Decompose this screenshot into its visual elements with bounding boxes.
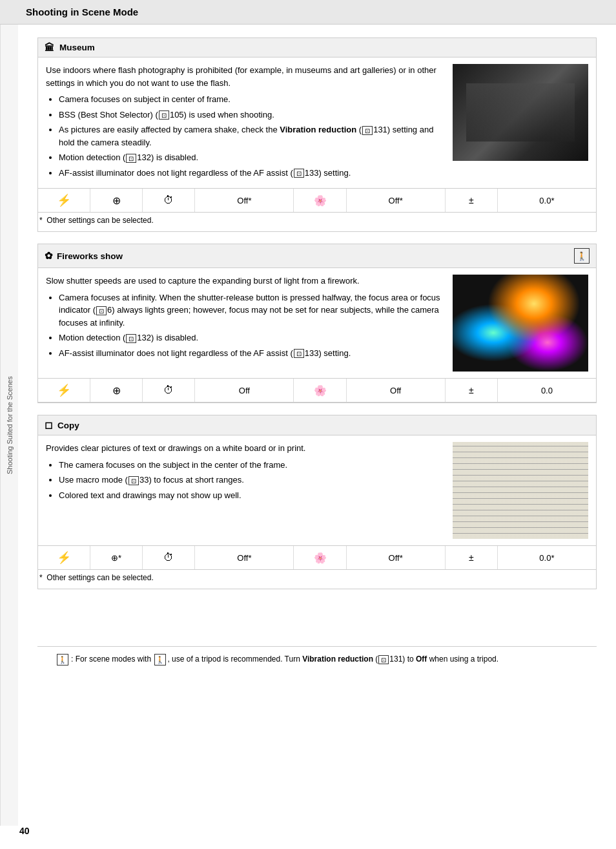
museum-image (453, 64, 588, 161)
museum-selftimer-val: Off* (195, 189, 294, 212)
museum-bullet-4: Motion detection (⊡132) is disabled. (59, 151, 444, 164)
fireworks-bullet-1: Camera focuses at infinity. When the shu… (59, 291, 444, 330)
copy-settings-row: ⚡ ⊕* ⏱ Off* 🌸 Off* ± 0.0* (38, 545, 596, 570)
fireworks-selftimer-icon: ⏱ (143, 379, 195, 402)
museum-body-text: Use indoors where flash photography is p… (46, 64, 444, 182)
fireworks-ev-icon: ± (446, 379, 498, 402)
museum-iso-icon: ⊕ (90, 189, 143, 212)
fireworks-macro-icon: 🌸 (294, 379, 346, 402)
museum-bullet-1: Camera focuses on subject in center of f… (59, 93, 444, 106)
tripod-footnote-icon: 🚶 (57, 654, 68, 666)
museum-section: 🏛 Museum Use indoors where flash photogr… (37, 37, 597, 232)
fireworks-bullets: Camera focuses at infinity. When the shu… (59, 291, 444, 360)
fireworks-icon: ✿ (45, 250, 53, 262)
fireworks-selftimer-val: Off (195, 379, 294, 402)
fireworks-header: ✿ Fireworks show 🚶 (38, 244, 596, 268)
copy-bullet-1: The camera focuses on the subject in the… (59, 459, 444, 472)
fireworks-flash-icon: ⚡ (38, 379, 90, 402)
copy-intro: Provides clear pictures of text or drawi… (46, 442, 444, 455)
footnote-text: : For scene modes with 🚶, use of a tripo… (71, 655, 498, 664)
museum-macro-val: Off* (347, 189, 446, 212)
copy-footnote: * Other settings can be selected. (38, 573, 596, 582)
copy-section: ◻ Copy Provides clear pictures of text o… (37, 415, 597, 589)
museum-ev-icon: ± (446, 189, 498, 212)
copy-body: Provides clear pictures of text or drawi… (46, 442, 444, 539)
fireworks-section: ✿ Fireworks show 🚶 Slow shutter speeds a… (37, 244, 597, 403)
copy-ev-icon: ± (446, 546, 498, 569)
tripod-indicator-icon: 🚶 (574, 248, 590, 264)
fireworks-ev-val: 0.0 (498, 379, 596, 402)
museum-header: 🏛 Museum (38, 38, 596, 58)
fireworks-bullet-2: Motion detection (⊡132) is disabled. (59, 331, 444, 344)
fireworks-title: Fireworks show (57, 251, 123, 261)
copy-bullets: The camera focuses on the subject in the… (59, 459, 444, 502)
copy-selftimer-val: Off* (195, 546, 294, 569)
fireworks-bullet-3: AF-assist illuminator does not light reg… (59, 347, 444, 360)
copy-ev-val: 0.0* (498, 546, 596, 569)
museum-bullet-5: AF-assist illuminator does not light reg… (59, 167, 444, 180)
copy-title: Copy (57, 421, 79, 430)
page-number: 40 (19, 826, 30, 836)
museum-intro: Use indoors where flash photography is p… (46, 64, 444, 89)
copy-iso-icon: ⊕* (90, 546, 143, 569)
museum-bullets: Camera focuses on subject in center of f… (59, 93, 444, 179)
museum-selftimer-icon: ⏱ (143, 189, 195, 212)
copy-bullet-3: Colored text and drawings may not show u… (59, 489, 444, 502)
museum-footnote: * Other settings can be selected. (38, 216, 596, 225)
copy-image (453, 442, 588, 539)
copy-header: ◻ Copy (38, 415, 596, 435)
fireworks-settings-row: ⚡ ⊕ ⏱ Off 🌸 Off ± 0.0 (38, 378, 596, 403)
copy-selftimer-icon: ⏱ (143, 546, 195, 569)
museum-settings-row: ⚡ ⊕ ⏱ Off* 🌸 Off* ± 0.0* (38, 188, 596, 213)
bottom-footnote: 🚶: For scene modes with 🚶, use of a trip… (37, 646, 597, 666)
copy-bullet-2: Use macro mode (⊡33) to focus at short r… (59, 474, 444, 487)
page-header-title: Shooting in Scene Mode (26, 6, 138, 17)
fireworks-body: Slow shutter speeds are used to capture … (46, 275, 444, 372)
museum-title: Museum (59, 43, 95, 52)
museum-macro-icon: 🌸 (294, 189, 346, 212)
museum-bullet-2: BSS (Best Shot Selector) (⊡105) is used … (59, 109, 444, 121)
side-label: Shooting Suited for the Scenes (0, 25, 18, 826)
fireworks-iso-icon: ⊕ (90, 379, 143, 402)
museum-icon: 🏛 (45, 42, 54, 53)
museum-ev-val: 0.0* (498, 189, 596, 212)
copy-macro-icon: 🌸 (294, 546, 346, 569)
museum-flash-icon: ⚡ (38, 189, 90, 212)
page-header: Shooting in Scene Mode (0, 0, 616, 25)
copy-flash-icon: ⚡ (38, 546, 90, 569)
fireworks-macro-val: Off (347, 379, 446, 402)
fireworks-image (453, 275, 588, 372)
fireworks-intro: Slow shutter speeds are used to capture … (46, 275, 444, 288)
copy-macro-val: Off* (347, 546, 446, 569)
museum-bullet-3: As pictures are easily affected by camer… (59, 123, 444, 149)
copy-icon: ◻ (45, 419, 52, 431)
